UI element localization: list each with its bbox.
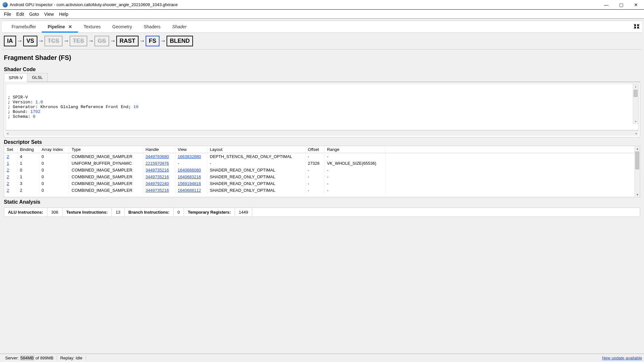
link[interactable]: 2 — [7, 154, 9, 159]
scroll-up-icon[interactable]: ▴ — [635, 84, 637, 89]
metric-value: 1449 — [235, 208, 252, 217]
table-cell: 1640666080 — [175, 167, 207, 173]
scroll-up-icon[interactable]: ▴ — [637, 146, 638, 151]
table-header[interactable]: View — [175, 146, 207, 153]
arrow-icon: → — [139, 38, 146, 44]
link[interactable]: 2 — [7, 174, 9, 179]
scroll-down-icon[interactable]: ▾ — [637, 192, 638, 197]
link[interactable]: 3449793680 — [146, 154, 169, 159]
code-line: ; Bound: 1702 — [8, 109, 636, 114]
table-row[interactable]: 210COMBINED_IMAGE_SAMPLER344973521616406… — [4, 173, 640, 180]
close-button[interactable]: ✕ — [629, 0, 643, 10]
link[interactable]: 1640688112 — [178, 188, 201, 193]
tab-shader[interactable]: Shader — [166, 21, 192, 32]
link[interactable]: 2 — [7, 188, 9, 193]
stage-blend[interactable]: BLEND — [167, 36, 193, 46]
arrow-icon: → — [62, 38, 70, 44]
app-icon — [3, 2, 8, 7]
table-header[interactable]: Array Index — [39, 146, 69, 153]
link[interactable]: 3449735216 — [146, 174, 169, 179]
scroll-thumb[interactable] — [635, 152, 639, 169]
table-cell: 3449793680 — [143, 153, 175, 160]
table-cell: - — [207, 160, 305, 167]
table-header[interactable]: Set — [4, 146, 17, 153]
menu-help[interactable]: Help — [56, 10, 71, 18]
link[interactable]: 1640683216 — [178, 174, 201, 179]
table-row[interactable]: 240COMBINED_IMAGE_SAMPLER344979368016638… — [4, 153, 640, 160]
link[interactable]: 1569194816 — [178, 181, 201, 186]
tabstrip: Framebuffer Pipeline ✕ Textures Geometry… — [2, 21, 642, 33]
link[interactable]: 2 — [7, 168, 9, 172]
table-cell: COMBINED_IMAGE_SAMPLER — [69, 167, 143, 173]
collapse-icon[interactable] — [634, 23, 639, 31]
stage-fs[interactable]: FS — [146, 36, 159, 46]
table-cell: 1569194816 — [175, 180, 207, 187]
link[interactable]: 3449735216 — [146, 168, 169, 172]
table-cell: SHADER_READ_ONLY_OPTIMAL — [207, 187, 305, 194]
arrow-icon: → — [109, 38, 116, 44]
table-row[interactable]: 110UNIFORM_BUFFER_DYNAMIC2215970976--273… — [4, 160, 640, 167]
table-header[interactable]: Type — [69, 146, 143, 153]
tab-pipeline[interactable]: Pipeline ✕ — [42, 21, 78, 32]
tab-textures[interactable]: Textures — [78, 21, 107, 32]
link[interactable]: 3449735216 — [146, 188, 169, 193]
content: IA → VS → TCS → TES → GS → RAST → FS → B… — [2, 33, 642, 354]
table-cell: 1640683216 — [175, 173, 207, 180]
tab-geometry[interactable]: Geometry — [107, 21, 138, 32]
table-cell: - — [305, 173, 324, 180]
table-row[interactable]: 230COMBINED_IMAGE_SAMPLER344979224015691… — [4, 180, 640, 187]
code-tab-glsl[interactable]: GLSL — [27, 73, 47, 82]
link[interactable]: 3449792240 — [146, 181, 169, 186]
table-row[interactable]: 220COMBINED_IMAGE_SAMPLER344973521616406… — [4, 187, 640, 194]
menu-view[interactable]: View — [42, 10, 56, 18]
tab-shaders[interactable]: Shaders — [138, 21, 166, 32]
table-header[interactable]: Binding — [17, 146, 39, 153]
menu-edit[interactable]: Edit — [14, 10, 27, 18]
menu-goto[interactable]: Goto — [27, 10, 42, 18]
code-tab-spirv[interactable]: SPIR-V — [4, 73, 27, 82]
table-cell: 2 — [17, 187, 39, 194]
status-server-mem: 584MB — [20, 355, 34, 361]
table-row[interactable]: 200COMBINED_IMAGE_SAMPLER344973521616406… — [4, 167, 640, 173]
window-controls: — ▢ ✕ — [599, 0, 643, 10]
minimize-button[interactable]: — — [599, 0, 614, 10]
table-cell: DEPTH_STENCIL_READ_ONLY_OPTIMAL — [207, 153, 305, 160]
tab-framebuffer[interactable]: Framebuffer — [6, 21, 42, 32]
scroll-right-icon[interactable]: ▸ — [636, 132, 637, 135]
update-link[interactable]: New update available — [602, 356, 642, 360]
close-icon[interactable]: ✕ — [68, 24, 72, 29]
scroll-left-icon[interactable]: ◂ — [7, 132, 8, 135]
shader-code-tabs: SPIR-V GLSL — [4, 73, 640, 82]
scrollbar-vertical[interactable]: ▴ ▾ — [634, 146, 640, 197]
table-header[interactable]: Layout — [207, 146, 305, 153]
table-cell: - — [305, 153, 324, 160]
titlebar: Android GPU Inspector - com.activision.c… — [0, 0, 644, 10]
stage-ia[interactable]: IA — [4, 36, 16, 46]
arrow-icon: → — [37, 38, 44, 44]
scroll-down-icon[interactable]: ▾ — [635, 119, 637, 124]
link[interactable]: 2215970976 — [146, 161, 169, 166]
scrollbar-vertical[interactable]: ▴ ▾ — [633, 84, 638, 124]
arrow-icon: → — [159, 38, 167, 44]
table-header[interactable]: Range — [324, 146, 385, 153]
link[interactable]: 2 — [7, 181, 9, 186]
scrollbar-horizontal[interactable]: ◂ ▸ — [5, 130, 639, 136]
stage-vs[interactable]: VS — [23, 36, 37, 46]
stage-tcs[interactable]: TCS — [44, 36, 62, 46]
arrow-icon: → — [87, 38, 94, 44]
table-header[interactable]: Handle — [143, 146, 175, 153]
stage-gs[interactable]: GS — [94, 36, 109, 46]
status-update: New update available — [602, 356, 642, 360]
menu-file[interactable]: File — [1, 10, 14, 18]
stage-tes[interactable]: TES — [70, 36, 87, 46]
table-cell: - — [324, 180, 385, 187]
stage-rast[interactable]: RAST — [116, 36, 139, 46]
link[interactable]: 1663832880 — [178, 154, 201, 159]
link[interactable]: 1640666080 — [178, 168, 201, 172]
link[interactable]: 1 — [7, 161, 9, 166]
scroll-thumb[interactable] — [634, 90, 638, 97]
maximize-button[interactable]: ▢ — [614, 0, 629, 10]
table-header[interactable]: Offset — [305, 146, 324, 153]
metric-label: ALU Instructions: — [4, 208, 47, 217]
shader-code-text[interactable]: ; SPIR-V; Version: 1.0; Generator: Khron… — [5, 84, 639, 130]
